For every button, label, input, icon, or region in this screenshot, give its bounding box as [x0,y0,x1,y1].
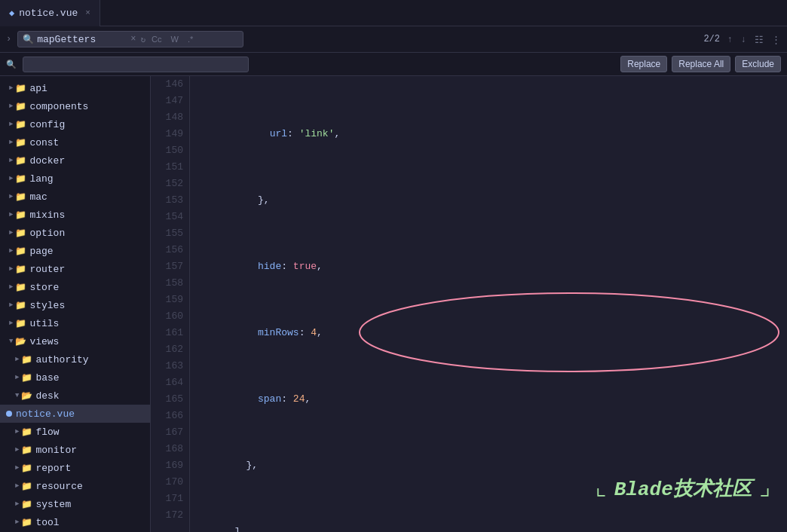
refresh-icon[interactable]: ↻ [140,35,145,44]
search-input[interactable] [37,34,127,45]
sidebar-item-config[interactable]: ► 📁 config [0,115,150,133]
chevron-icon: ▼ [15,392,19,399]
sidebar-item-base[interactable]: ► 📁 base [0,368,150,387]
sidebar-item-label: authority [35,354,88,365]
sidebar-item-label: option [29,228,65,239]
sidebar-item-flow[interactable]: ► 📁 flow [0,423,150,441]
sidebar-item-components[interactable]: ► 📁 components [0,97,150,115]
chevron-icon: ► [9,265,13,273]
sidebar-item-label: styles [29,300,65,311]
sidebar-item-styles[interactable]: ► 📁 styles [0,296,150,314]
next-match-button[interactable]: ↓ [740,32,747,46]
replace-all-button[interactable]: Replace All [672,56,730,72]
chevron-icon: ► [15,374,19,381]
chevron-icon: ► [9,247,13,255]
sidebar-item-label: base [35,372,59,384]
sidebar-item-label: const [29,137,59,148]
chevron-icon: ► [9,121,13,128]
sidebar-item-lang[interactable]: ► 📁 lang [0,170,150,188]
code-editor[interactable]: 146 147 148 149 150 151 152 153 154 155 … [151,76,787,532]
sidebar-item-label: monitor [35,445,77,456]
sidebar-item-utils[interactable]: ► 📁 utils [0,314,150,332]
sidebar-item-authority[interactable]: ► 📁 authority [0,350,150,368]
folder-icon: 📁 [15,137,26,148]
folder-icon: 📁 [21,427,32,438]
chevron-icon: ► [9,102,13,110]
filter-button[interactable]: ☷ [753,32,765,47]
sidebar-item-label: utils [29,318,59,329]
chevron-icon: ▼ [9,338,13,345]
folder-icon: 📁 [21,372,32,384]
sidebar-item-report[interactable]: ► 📁 report [0,459,150,477]
chevron-icon: ► [15,518,19,526]
search-expand-button[interactable]: › [6,34,11,44]
watermark-text: Blade技术社区 [614,475,752,502]
chevron-icon: ► [9,193,13,200]
search-bar: › 🔍 × ↻ Cc W .* 2/2 ↑ ↓ ☷ ⋮ [0,26,787,53]
sidebar-item-label: mac [29,191,47,203]
code-line-149: minRows: 4, [199,325,787,341]
sidebar-item-label: router [29,264,65,275]
sidebar-item-page[interactable]: ► 📁 page [0,242,150,260]
search-icon: 🔍 [23,34,34,45]
main-area: ► 📁 api ► 📁 components ► 📁 config ► 📁 co… [0,76,787,532]
folder-icon: 📁 [15,101,26,112]
folder-icon: 📁 [21,354,32,365]
blade-watermark: ⌞ Blade技术社区 ⌟ [593,475,772,502]
more-options-button[interactable]: ⋮ [771,34,781,45]
exclude-button[interactable]: Exclude [735,56,781,72]
tab-filename: notice.vue [19,8,78,19]
sidebar-item-label: docker [29,155,65,167]
folder-open-icon: 📂 [21,390,32,402]
folder-icon: 📁 [15,246,26,257]
code-line-151: }, [199,457,787,474]
bracket-right: ⌟ [758,477,772,501]
replace-button[interactable]: Replace [620,56,667,72]
folder-icon: 📁 [15,228,26,239]
whole-word-button[interactable]: W [167,33,181,45]
search-input-wrapper: 🔍 × ↻ Cc W .* [17,31,243,47]
chevron-icon: ► [9,157,13,164]
folder-icon: 📁 [15,264,26,275]
sidebar-item-mac[interactable]: ► 📁 mac [0,188,150,206]
vue-dot-icon [6,411,12,417]
code-content: url: 'link', }, hide: true, minRows: 4, … [190,76,787,532]
chevron-icon: ► [15,356,19,363]
search-clear-button[interactable]: × [130,34,136,44]
code-line-148: hide: true, [199,258,787,275]
sidebar-item-const[interactable]: ► 📁 const [0,133,150,151]
sidebar-item-label: lang [29,173,53,185]
tab-close-button[interactable]: × [85,8,90,17]
sidebar-item-tool[interactable]: ► 📁 tool [0,513,150,531]
match-count: 2/2 [703,34,720,44]
sidebar-item-mixins[interactable]: ► 📁 mixins [0,206,150,224]
search-right-controls: 2/2 ↑ ↓ ☷ ⋮ [703,32,781,47]
active-tab[interactable]: ◆ notice.vue × [0,0,100,26]
sidebar-item-docker[interactable]: ► 📁 docker [0,151,150,170]
sidebar-item-router[interactable]: ► 📁 router [0,260,150,278]
sidebar-item-api[interactable]: ► 📁 api [0,79,150,97]
file-notice-vue[interactable]: notice.vue [0,405,150,423]
sidebar-item-system[interactable]: ► 📁 system [0,495,150,513]
sidebar-item-label: config [29,119,65,130]
code-line-152: ], [199,524,787,532]
chevron-icon: ► [15,464,19,472]
replace-bar: 🔍 Replace Replace All Exclude [0,53,787,76]
sidebar-item-views[interactable]: ▼ 📂 views [0,332,150,350]
sidebar-item-monitor[interactable]: ► 📁 monitor [0,441,150,459]
folder-icon: 📁 [21,481,32,492]
sidebar-item-label: system [35,499,71,510]
folder-icon: 📁 [21,463,32,474]
sidebar-item-store[interactable]: ► 📁 store [0,278,150,296]
sidebar-item-desk[interactable]: ▼ 📂 desk [0,387,150,405]
replace-input[interactable] [28,59,118,70]
sidebar-item-option[interactable]: ► 📁 option [0,224,150,242]
folder-icon: 📁 [15,155,26,167]
chevron-icon: ► [9,175,13,182]
chevron-icon: ► [9,229,13,237]
regex-button[interactable]: .* [185,33,196,45]
sidebar-item-label: mixins [29,209,65,221]
match-case-button[interactable]: Cc [149,33,164,45]
prev-match-button[interactable]: ↑ [726,32,733,46]
sidebar-item-resource[interactable]: ► 📁 resource [0,477,150,495]
